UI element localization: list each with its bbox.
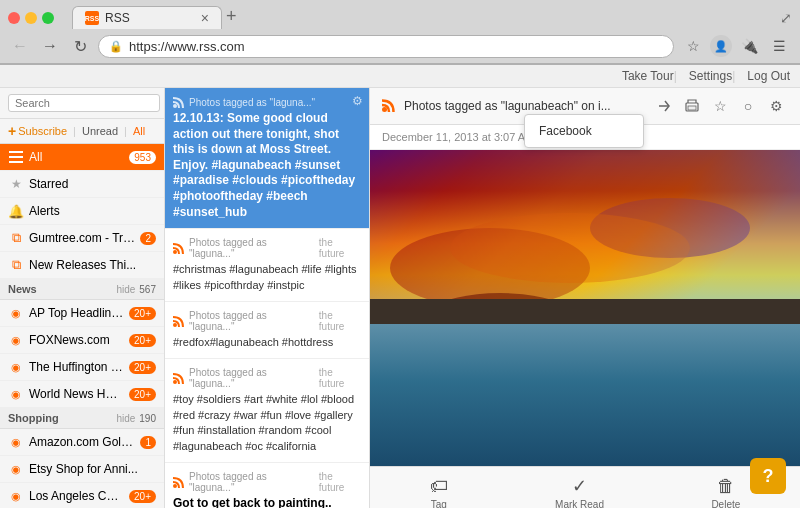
news-hide-label[interactable]: hide (116, 284, 135, 295)
delete-button[interactable]: 🗑 Delete (705, 474, 746, 509)
all-item-label: All (29, 150, 124, 164)
sidebar-item-new-releases[interactable]: ⧉ New Releases Thi... (0, 252, 164, 279)
feed-title-1: 12.10.13: Some good cloud action out the… (173, 111, 361, 220)
feed-time-5: the future (319, 471, 361, 493)
sidebar-item-gumtree[interactable]: ⧉ Gumtree.com - Tra... 2 (0, 225, 164, 252)
feed-tags-3: #redfox#lagunabeach #hottdress (173, 335, 361, 350)
content-image (370, 150, 800, 466)
new-tab-button[interactable]: + (226, 6, 237, 27)
gumtree-item-count: 2 (140, 232, 156, 245)
la-cars-item-label: Los Angeles Cars ... (29, 489, 124, 503)
svg-point-3 (173, 104, 177, 108)
feed-time-4: the future (319, 367, 361, 389)
title-bar: RSS RSS × + ⤢ (0, 0, 800, 29)
feed-icon-amazon: ◉ (8, 434, 24, 450)
take-tour-link[interactable]: Take Tour (622, 69, 674, 83)
sidebar-item-etsy[interactable]: ◉ Etsy Shop for Anni... (0, 456, 164, 483)
extension-button[interactable]: 🔌 (736, 33, 762, 59)
tab-title: RSS (105, 11, 130, 25)
new-releases-item-label: New Releases Thi... (29, 258, 156, 272)
log-out-link[interactable]: Log Out (747, 69, 790, 83)
sidebar-item-alerts[interactable]: 🔔 Alerts (0, 198, 164, 225)
sidebar-item-amazon[interactable]: ◉ Amazon.com Gold... 1 (0, 429, 164, 456)
feed-item-5[interactable]: Photos tagged as "laguna..." the future … (165, 463, 369, 508)
feed-item-2[interactable]: Photos tagged as "laguna..." the future … (165, 229, 369, 302)
ap-item-label: AP Top Headlines ... (29, 306, 124, 320)
section-header-news[interactable]: News hide 567 (0, 279, 164, 300)
help-label: ? (763, 466, 774, 487)
shopping-section-label: Shopping (8, 412, 116, 424)
all-filter-button[interactable]: All (133, 125, 145, 137)
ap-item-count: 20+ (129, 307, 156, 320)
feed-icon-new-releases: ⧉ (8, 257, 24, 273)
close-button[interactable] (8, 12, 20, 24)
resize-button[interactable]: ⤢ (780, 10, 792, 26)
sidebar-item-huffington[interactable]: ◉ The Huffington Pos... 20+ (0, 354, 164, 381)
bookmark-star-button[interactable]: ☆ (680, 33, 706, 59)
section-header-shopping[interactable]: Shopping hide 190 (0, 408, 164, 429)
article-date: December 11, 2013 at 3:07 AM (382, 131, 534, 143)
reload-button[interactable]: ↻ (68, 34, 92, 58)
print-button[interactable] (680, 94, 704, 118)
search-input[interactable] (8, 94, 160, 112)
share-dropdown: Facebook (680, 94, 704, 118)
sidebar-item-starred[interactable]: ★ Starred (0, 171, 164, 198)
content-header: Photos tagged as "lagunabeach" on i... F… (370, 88, 800, 125)
print-icon (685, 99, 699, 113)
sidebar-item-all[interactable]: All 953 (0, 144, 164, 171)
feed-tags-2: #christmas #lagunabeach #life #lights #l… (173, 262, 361, 293)
feed-item-3[interactable]: Photos tagged as "laguna..." the future … (165, 302, 369, 359)
circle-button[interactable]: ○ (736, 94, 760, 118)
sidebar-item-ap[interactable]: ◉ AP Top Headlines ... 20+ (0, 300, 164, 327)
feed-source-4: Photos tagged as "laguna..." the future (173, 367, 361, 389)
forward-button[interactable]: → (38, 34, 62, 58)
help-button[interactable]: ? (750, 458, 786, 494)
tab-favicon: RSS (85, 11, 99, 25)
sidebar-item-foxnews[interactable]: ◉ FOXNews.com 20+ (0, 327, 164, 354)
settings-button[interactable]: ⚙ (764, 94, 788, 118)
settings-icon-1[interactable]: ⚙ (352, 94, 363, 108)
beach-water (370, 324, 800, 466)
feed-source-5: Photos tagged as "laguna..." the future (173, 471, 361, 493)
content-rss-icon (382, 98, 396, 115)
sidebar-item-world-news[interactable]: ◉ World News Headli... 20+ (0, 381, 164, 408)
feed-item-1[interactable]: Photos tagged as "laguna..." ⚙ 12.10.13:… (165, 88, 369, 229)
subscribe-button[interactable]: + Subscribe (8, 123, 67, 139)
foxnews-item-count: 20+ (129, 334, 156, 347)
minimize-button[interactable] (25, 12, 37, 24)
sidebar-item-la-cars[interactable]: ◉ Los Angeles Cars ... 20+ (0, 483, 164, 508)
gumtree-item-label: Gumtree.com - Tra... (29, 231, 135, 245)
news-section-label: News (8, 283, 116, 295)
source-text-4: Photos tagged as "laguna..." (189, 367, 315, 389)
share-button[interactable] (652, 94, 676, 118)
shopping-hide-label[interactable]: hide (116, 413, 135, 424)
rss-icon-4 (173, 372, 185, 384)
tab-close-button[interactable]: × (201, 11, 209, 25)
address-bar[interactable]: 🔒 https://www.rss.com (98, 35, 674, 58)
content-area: Photos tagged as "lagunabeach" on i... F… (370, 88, 800, 508)
content-title: Photos tagged as "lagunabeach" on i... (404, 99, 644, 113)
feed-time-2: the future (319, 237, 361, 259)
main-layout: + Subscribe | Unread | All All 953 ★ Sta… (0, 88, 800, 508)
tag-label: Tag (431, 499, 447, 509)
nav-actions: ☆ 👤 🔌 ☰ (680, 33, 792, 59)
unread-filter-button[interactable]: Unread (82, 125, 118, 137)
shopping-section-count: 190 (139, 413, 156, 424)
tag-button[interactable]: 🏷 Tag (424, 474, 454, 509)
maximize-button[interactable] (42, 12, 54, 24)
settings-link[interactable]: Settings (689, 69, 732, 83)
feed-title-5: Got to get back to painting.. (173, 496, 361, 508)
active-tab[interactable]: RSS RSS × (72, 6, 222, 29)
mark-read-button[interactable]: ✓ Mark Read (549, 473, 610, 508)
menu-button[interactable]: ☰ (766, 33, 792, 59)
amazon-item-count: 1 (140, 436, 156, 449)
sidebar: + Subscribe | Unread | All All 953 ★ Sta… (0, 88, 165, 508)
facebook-option[interactable]: Facebook (525, 119, 643, 143)
back-button[interactable]: ← (8, 34, 32, 58)
feed-time-3: the future (319, 310, 361, 332)
feed-item-4[interactable]: Photos tagged as "laguna..." the future … (165, 359, 369, 463)
star-button[interactable]: ☆ (708, 94, 732, 118)
feed-source-2: Photos tagged as "laguna..." the future (173, 237, 361, 259)
user-action-button[interactable]: 👤 (710, 35, 732, 57)
starred-item-label: Starred (29, 177, 156, 191)
